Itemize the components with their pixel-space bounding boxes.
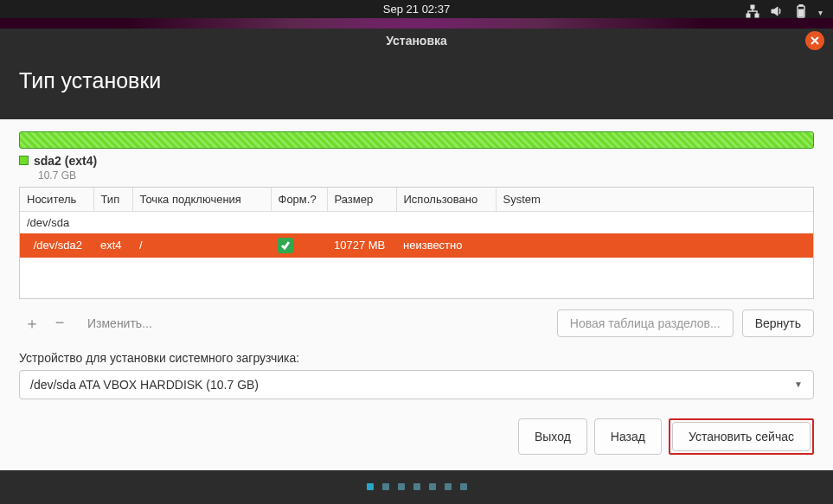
network-icon[interactable] xyxy=(746,4,759,21)
table-row[interactable]: /dev/sda xyxy=(20,211,813,233)
cell-size: 10727 MB xyxy=(327,233,396,258)
partition-table: Носитель Тип Точка подключения Форм.? Ра… xyxy=(19,187,814,299)
change-partition-button[interactable]: Изменить... xyxy=(74,309,165,337)
battery-icon[interactable] xyxy=(794,4,808,21)
remove-partition-button[interactable]: − xyxy=(47,310,73,336)
table-row[interactable]: /dev/sda2 ext4 / 10727 MB неизвестно xyxy=(20,233,813,258)
page-dot[interactable] xyxy=(413,483,420,490)
new-partition-table-button[interactable]: Новая таблица разделов... xyxy=(557,309,734,337)
col-system[interactable]: System xyxy=(496,188,813,212)
page-title: Тип установки xyxy=(19,68,814,93)
table-header-row: Носитель Тип Точка подключения Форм.? Ра… xyxy=(20,188,813,212)
cell-device: /dev/sda xyxy=(20,211,813,233)
bootloader-device-value: /dev/sda ATA VBOX HARDDISK (10.7 GB) xyxy=(30,378,259,392)
back-button[interactable]: Назад xyxy=(594,418,662,455)
partition-size: 10.7 GB xyxy=(38,169,814,182)
svg-rect-4 xyxy=(799,4,803,6)
svg-rect-1 xyxy=(746,14,750,17)
window-titlebar: Установка xyxy=(0,29,833,52)
partition-actions: ＋ − Изменить... Новая таблица разделов..… xyxy=(19,309,814,337)
cell-system xyxy=(496,233,813,258)
partition-usage-bar[interactable] xyxy=(19,131,814,149)
volume-icon[interactable] xyxy=(770,4,784,21)
cell-used: неизвестно xyxy=(396,233,496,258)
col-mount[interactable]: Точка подключения xyxy=(132,188,271,212)
close-icon xyxy=(811,36,819,45)
svg-rect-5 xyxy=(799,10,804,16)
revert-button[interactable]: Вернуть xyxy=(742,309,814,337)
dropdown-triangle-icon: ▼ xyxy=(794,380,803,389)
page-dot[interactable] xyxy=(445,483,452,490)
checkmark-icon xyxy=(278,238,293,253)
wizard-nav: Выход Назад Установить сейчас xyxy=(19,418,814,455)
col-used[interactable]: Использовано xyxy=(396,188,496,212)
partition-legend: sda2 (ext4) xyxy=(19,154,814,168)
partition-swatch-icon xyxy=(19,156,29,165)
system-tray: ▾ xyxy=(746,0,823,24)
main-panel: sda2 (ext4) 10.7 GB Носитель Тип Точка п… xyxy=(0,119,833,470)
close-button[interactable] xyxy=(805,31,824,50)
clock: Sep 21 02:37 xyxy=(383,3,450,16)
quit-button[interactable]: Выход xyxy=(518,418,587,455)
page-dot[interactable] xyxy=(429,483,436,490)
partition-name: sda2 (ext4) xyxy=(34,154,97,168)
slideshow-footer xyxy=(0,470,833,504)
chevron-down-icon[interactable]: ▾ xyxy=(818,8,823,17)
col-type[interactable]: Тип xyxy=(93,188,132,212)
cell-device: /dev/sda2 xyxy=(20,233,93,258)
system-top-panel: Sep 21 02:37 ▾ xyxy=(0,0,833,18)
page-dot[interactable] xyxy=(367,483,374,490)
svg-rect-2 xyxy=(755,14,759,17)
page-dot[interactable] xyxy=(382,483,389,490)
cell-type: ext4 xyxy=(93,233,132,258)
cell-format xyxy=(271,233,327,258)
page-heading-area: Тип установки xyxy=(0,53,833,119)
bootloader-label: Устройство для установки системного загр… xyxy=(19,351,814,365)
svg-rect-0 xyxy=(751,5,754,9)
install-now-button[interactable]: Установить сейчас xyxy=(672,422,811,451)
window-title: Установка xyxy=(386,34,447,48)
page-dot[interactable] xyxy=(460,483,467,490)
install-highlight: Установить сейчас xyxy=(669,418,814,455)
decorative-band xyxy=(0,18,833,29)
page-dot[interactable] xyxy=(398,483,405,490)
add-partition-button[interactable]: ＋ xyxy=(19,310,45,336)
bootloader-device-select[interactable]: /dev/sda ATA VBOX HARDDISK (10.7 GB) ▼ xyxy=(19,370,814,399)
cell-mount: / xyxy=(132,233,271,258)
col-size[interactable]: Размер xyxy=(327,188,396,212)
col-format[interactable]: Форм.? xyxy=(271,188,327,212)
col-device[interactable]: Носитель xyxy=(20,188,93,212)
